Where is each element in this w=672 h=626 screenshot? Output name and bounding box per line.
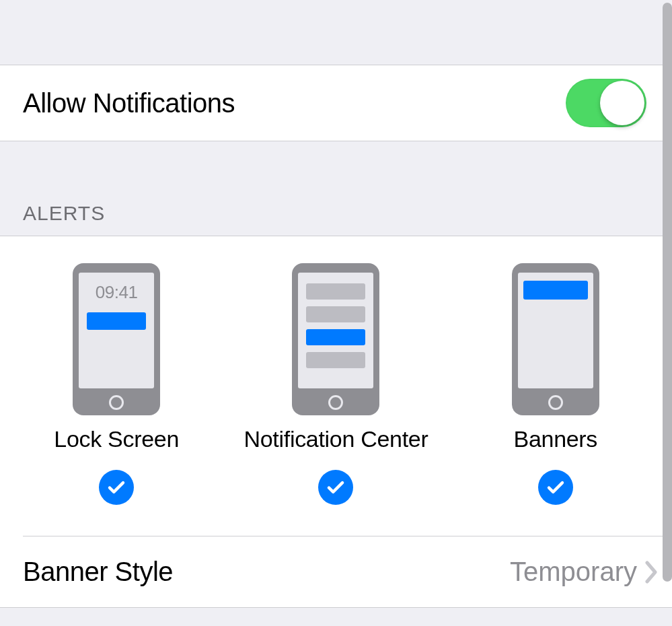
grey-bar-icon bbox=[306, 352, 365, 368]
banner-style-row[interactable]: Banner Style Temporary bbox=[0, 536, 672, 608]
check-icon bbox=[326, 477, 346, 497]
notification-bar-icon bbox=[523, 281, 588, 300]
alert-option-notification-center[interactable]: Notification Center bbox=[228, 263, 443, 505]
banner-style-value: Temporary bbox=[510, 557, 637, 587]
toggle-knob bbox=[600, 81, 644, 125]
chevron-right-icon bbox=[645, 561, 659, 584]
notification-center-checkmark[interactable] bbox=[318, 470, 353, 505]
alerts-section-header: ALERTS bbox=[0, 141, 672, 236]
grey-bar-icon bbox=[306, 306, 365, 322]
phone-screen bbox=[518, 273, 593, 388]
alert-options: 09:41 Lock Screen Notificati bbox=[0, 236, 672, 536]
alert-option-banners[interactable]: Banners bbox=[448, 263, 663, 505]
home-button-icon bbox=[109, 395, 124, 410]
lock-screen-time: 09:41 bbox=[96, 282, 138, 303]
check-icon bbox=[546, 477, 566, 497]
grey-bar-icon bbox=[306, 283, 365, 300]
phone-screen bbox=[298, 273, 373, 388]
lock-screen-checkmark[interactable] bbox=[99, 470, 134, 505]
notification-bar-icon bbox=[306, 329, 365, 345]
home-button-icon bbox=[328, 395, 343, 410]
notification-center-label: Notification Center bbox=[244, 426, 428, 452]
alerts-block: 09:41 Lock Screen Notificati bbox=[0, 236, 672, 608]
spacer-top bbox=[0, 0, 672, 65]
phone-screen: 09:41 bbox=[79, 273, 154, 388]
allow-notifications-row[interactable]: Allow Notifications bbox=[0, 65, 672, 141]
banners-checkmark[interactable] bbox=[538, 470, 573, 505]
check-icon bbox=[106, 477, 126, 497]
lock-screen-label: Lock Screen bbox=[54, 426, 179, 452]
home-button-icon bbox=[548, 395, 563, 410]
scrollbar[interactable] bbox=[663, 3, 672, 582]
allow-notifications-label: Allow Notifications bbox=[23, 88, 235, 118]
notification-bar-icon bbox=[87, 312, 146, 330]
alert-option-lock-screen[interactable]: 09:41 Lock Screen bbox=[9, 263, 224, 505]
phone-banners-icon bbox=[512, 263, 599, 415]
alerts-header-text: ALERTS bbox=[23, 202, 105, 225]
banners-label: Banners bbox=[514, 426, 598, 452]
banner-style-label: Banner Style bbox=[23, 557, 173, 587]
phone-lock-screen-icon: 09:41 bbox=[73, 263, 160, 415]
allow-notifications-toggle[interactable] bbox=[566, 79, 646, 127]
phone-notification-center-icon bbox=[292, 263, 379, 415]
